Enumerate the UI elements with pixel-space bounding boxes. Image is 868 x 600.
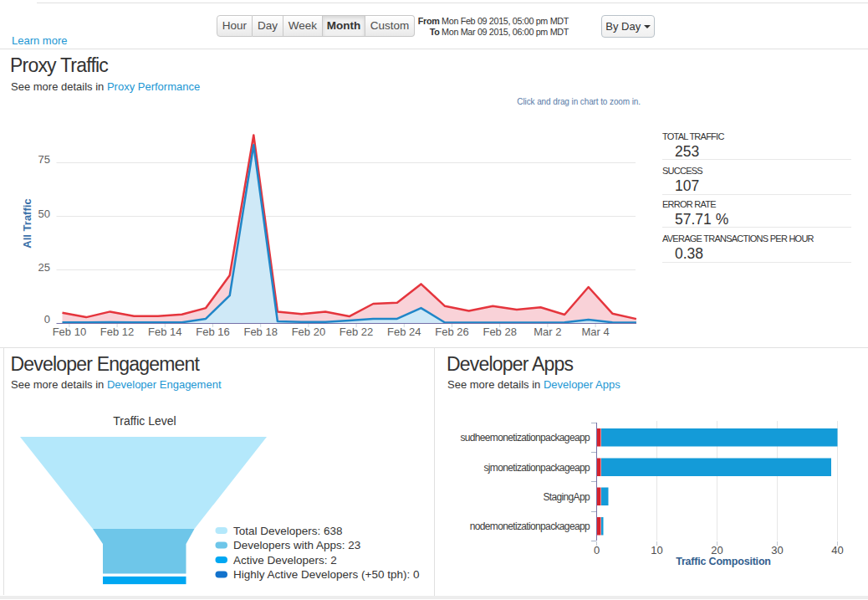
svg-text:Active Developers: 2: Active Developers: 2 <box>233 554 337 567</box>
svg-text:Feb 28: Feb 28 <box>483 326 516 338</box>
svg-text:sudheemonetizationpackageapp: sudheemonetizationpackageapp <box>460 432 590 444</box>
svg-text:Feb 16: Feb 16 <box>196 326 229 338</box>
svg-text:30: 30 <box>771 544 783 556</box>
svg-text:Developers with Apps: 23: Developers with Apps: 23 <box>233 539 360 551</box>
svg-text:sjmonetizationpackageapp: sjmonetizationpackageapp <box>484 462 590 474</box>
svg-text:Mar 4: Mar 4 <box>581 326 609 338</box>
svg-text:StagingApp: StagingApp <box>543 491 590 503</box>
svg-text:Mar 2: Mar 2 <box>534 326 561 338</box>
svg-text:Feb 22: Feb 22 <box>340 326 373 338</box>
svg-text:Traffic Composition: Traffic Composition <box>676 556 771 567</box>
svg-text:Feb 10: Feb 10 <box>53 326 86 338</box>
svg-text:Traffic Level: Traffic Level <box>113 414 176 428</box>
svg-text:Feb 24: Feb 24 <box>387 326 421 338</box>
svg-text:Total Developers: 638: Total Developers: 638 <box>233 525 343 537</box>
svg-text:0: 0 <box>594 544 600 556</box>
svg-text:40: 40 <box>831 544 843 556</box>
svg-text:Feb 18: Feb 18 <box>243 326 277 338</box>
svg-text:Feb 14: Feb 14 <box>148 326 181 338</box>
svg-text:Feb 20: Feb 20 <box>292 326 325 338</box>
svg-text:75: 75 <box>38 153 50 166</box>
svg-text:Highly Active Developers (+50: Highly Active Developers (+50 tph): 0 <box>233 568 420 581</box>
svg-text:0: 0 <box>44 313 50 326</box>
svg-text:Feb 26: Feb 26 <box>435 326 468 338</box>
svg-text:10: 10 <box>651 544 662 556</box>
svg-text:25: 25 <box>38 261 50 274</box>
svg-text:All Traffic: All Traffic <box>21 198 33 248</box>
svg-text:nodemonetizationpackageapp: nodemonetizationpackageapp <box>470 521 590 532</box>
svg-text:Feb 12: Feb 12 <box>100 326 134 338</box>
svg-text:50: 50 <box>38 208 50 220</box>
